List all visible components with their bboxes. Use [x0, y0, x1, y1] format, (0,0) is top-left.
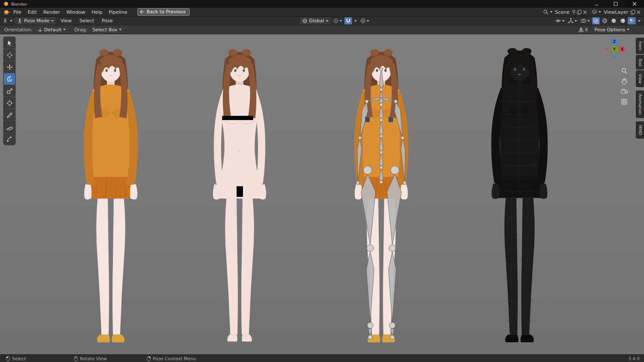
tab-mmd[interactable]: MMD — [636, 121, 644, 139]
axis-y-label: Y — [613, 47, 616, 51]
back-to-previous-button[interactable]: Back to Previous — [137, 8, 189, 16]
new-viewlayer-icon[interactable] — [631, 10, 635, 15]
xray-toggle[interactable] — [592, 17, 600, 24]
chevron-down-icon — [340, 20, 342, 22]
maximize-button[interactable] — [606, 0, 625, 8]
remove-viewlayer-icon[interactable] — [637, 10, 641, 14]
magnet-icon — [346, 18, 351, 24]
status-rotate-view: Rotate View — [74, 355, 107, 362]
axis-z-label: Z — [613, 39, 616, 44]
show-overlays-dropdown[interactable] — [579, 17, 591, 24]
camera-view-button[interactable] — [620, 87, 629, 96]
chevron-down-icon — [354, 20, 357, 22]
menu-pose[interactable]: Pose — [98, 17, 116, 24]
annotate-tool[interactable] — [4, 109, 15, 121]
show-gizmo-dropdown[interactable] — [567, 17, 578, 24]
mirror-x-toggle[interactable]: X — [577, 26, 589, 33]
drag-mode-dropdown[interactable]: Select Box — [90, 26, 124, 33]
measure-tool[interactable] — [4, 121, 15, 133]
mouse-middle-icon — [74, 356, 78, 362]
orientation-default-dropdown[interactable]: Default — [35, 26, 68, 33]
menu-pipeline[interactable]: Pipeline — [106, 9, 130, 16]
back-to-previous-label: Back to Previous — [146, 9, 185, 15]
globe-icon — [302, 18, 307, 24]
new-scene-icon[interactable] — [577, 10, 582, 15]
axis-negative-x[interactable] — [604, 47, 609, 52]
window-title: Blender — [11, 2, 27, 6]
status-rotate-view-label: Rotate View — [80, 356, 107, 361]
chevron-down-icon — [10, 20, 12, 22]
tweak-select-tool[interactable] — [4, 37, 15, 48]
close-button[interactable] — [625, 0, 644, 8]
viewlayer-icon — [592, 9, 597, 15]
shading-wireframe-button[interactable] — [601, 17, 609, 24]
menu-render[interactable]: Render — [40, 9, 63, 16]
snap-settings-dropdown[interactable] — [353, 17, 358, 24]
chevron-down-icon — [550, 11, 553, 13]
viewport-header: Pose Mode View Select Pose Global — [0, 17, 644, 25]
scale-tool[interactable] — [4, 85, 15, 97]
pose-options-label: Pose Options — [595, 27, 625, 33]
axis-negative-z[interactable] — [612, 54, 617, 60]
mouse-right-icon — [147, 356, 151, 362]
chevron-down-icon — [119, 29, 122, 30]
scene-selector[interactable]: Scene — [543, 9, 587, 15]
pose-breakdowner-tool[interactable] — [4, 133, 15, 145]
perspective-toggle-button[interactable] — [620, 97, 629, 106]
shading-rendered-button[interactable] — [628, 17, 636, 24]
pivot-point-dropdown[interactable] — [332, 17, 343, 24]
pin-icon[interactable] — [572, 10, 576, 15]
blender-menu-icon[interactable] — [3, 9, 10, 15]
viewlayer-name[interactable]: ViewLayer — [602, 9, 629, 15]
zoom-button[interactable] — [620, 66, 629, 75]
menu-window[interactable]: Window — [64, 9, 88, 16]
tab-item[interactable]: Item — [636, 38, 644, 54]
tab-animation[interactable]: Animation — [636, 90, 644, 118]
sidebar-tabs: Item Tool View Animation MMD — [636, 38, 644, 139]
menu-select[interactable]: Select — [76, 17, 97, 24]
menu-edit[interactable]: Edit — [24, 9, 39, 16]
shading-dropdown[interactable] — [637, 17, 642, 24]
chevron-down-icon — [574, 20, 577, 22]
status-bar: Select Rotate View Pose Context Menu 3.4… — [0, 354, 644, 362]
shading-solid-button[interactable] — [610, 17, 618, 24]
rotate-tool[interactable] — [4, 73, 15, 84]
shading-solid-icon — [611, 18, 617, 24]
eye-icon — [555, 18, 561, 23]
blender-logo-icon — [3, 1, 9, 6]
menu-view[interactable]: View — [57, 17, 75, 24]
editor-type-button[interactable] — [2, 17, 14, 24]
menu-file[interactable]: File — [10, 9, 24, 16]
cursor-tool[interactable] — [4, 49, 15, 60]
model-armature-pose[interactable] — [334, 42, 428, 347]
chevron-down-icon — [367, 20, 369, 22]
shading-material-button[interactable] — [619, 17, 627, 24]
move-tool[interactable] — [4, 61, 15, 72]
pose-options-dropdown[interactable]: Pose Options — [592, 26, 632, 33]
object-visibility-dropdown[interactable] — [554, 17, 566, 24]
snap-toggle[interactable] — [344, 17, 352, 24]
tab-tool[interactable]: Tool — [636, 55, 644, 69]
tab-view[interactable]: View — [636, 70, 644, 87]
viewport-3d[interactable]: Z X Y Item Tool View Animation MMD — [0, 34, 644, 354]
scene-name[interactable]: Scene — [554, 9, 571, 15]
model-wireframe[interactable] — [471, 41, 568, 347]
proportional-editing-icon — [360, 18, 366, 24]
model-nude-censored[interactable] — [193, 42, 286, 347]
back-arrow-icon — [140, 10, 145, 14]
unlink-scene-icon[interactable] — [583, 10, 587, 14]
proportional-editing-dropdown[interactable] — [359, 17, 371, 24]
model-clothed[interactable] — [64, 42, 158, 347]
drag-field-label: Drag: — [74, 27, 87, 33]
transform-orientation-dropdown[interactable]: Global — [300, 17, 331, 24]
mode-dropdown[interactable]: Pose Mode — [15, 17, 56, 24]
window-titlebar: Blender — [0, 0, 644, 8]
blender-version: 3.4.0 — [628, 355, 640, 362]
minimize-button[interactable] — [587, 0, 606, 8]
transform-tool[interactable] — [4, 97, 15, 109]
axis-gizmo[interactable]: Z X Y — [602, 37, 627, 62]
menu-help[interactable]: Help — [88, 9, 105, 16]
pan-hand-button[interactable] — [620, 76, 629, 86]
orientation-label: Global — [309, 18, 324, 24]
viewlayer-selector[interactable]: ViewLayer — [592, 9, 641, 15]
